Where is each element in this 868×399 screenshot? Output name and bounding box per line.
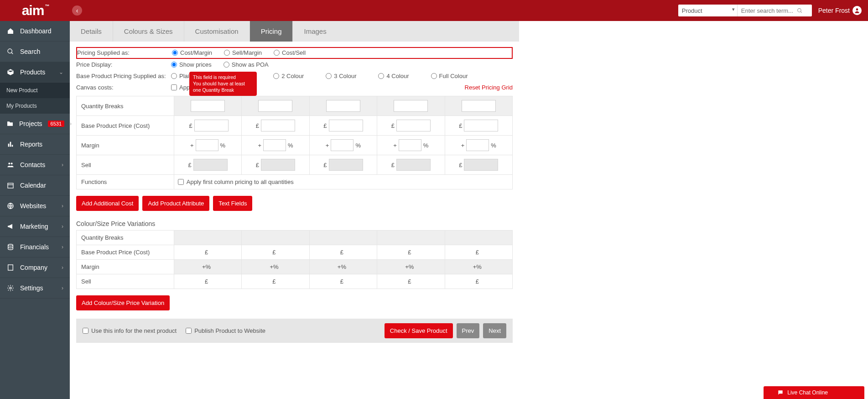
- button-label: Add Product Attribute: [148, 200, 204, 207]
- radio-input[interactable]: [274, 50, 280, 56]
- radio-show-poa[interactable]: Show as POA: [223, 61, 269, 68]
- button-label: Prev: [462, 327, 474, 334]
- sidebar-sub-label: My Products: [6, 103, 37, 109]
- user-menu[interactable]: Peter Frost: [818, 6, 862, 15]
- radio-input[interactable]: [431, 73, 437, 79]
- qty-input-4[interactable]: [394, 100, 428, 112]
- checkbox-publish[interactable]: Publish Product to Website: [186, 327, 265, 334]
- search-type-select[interactable]: Product: [678, 5, 738, 16]
- checkbox-input[interactable]: [186, 328, 192, 334]
- checkbox-input[interactable]: [83, 328, 88, 334]
- reset-pricing-link[interactable]: Reset Pricing Grid: [465, 84, 513, 91]
- svg-rect-6: [10, 142, 11, 147]
- svg-rect-10: [8, 183, 13, 188]
- sidebar-item-company[interactable]: Company ›: [0, 257, 70, 278]
- radio-input[interactable]: [223, 62, 229, 68]
- sidebar-item-marketing[interactable]: Marketing ›: [0, 216, 70, 237]
- qty-input-3[interactable]: [326, 100, 360, 112]
- radio-show-prices[interactable]: Show prices: [171, 61, 212, 68]
- sidebar-item-contacts[interactable]: Contacts ›: [0, 155, 70, 175]
- radio-input[interactable]: [224, 50, 230, 56]
- radio-cost-sell[interactable]: Cost/Sell: [274, 49, 306, 56]
- add-additional-cost-button[interactable]: Add Additional Cost: [76, 196, 139, 211]
- radio-cost-margin[interactable]: Cost/Margin: [172, 49, 212, 56]
- grid-row-label: Functions: [77, 175, 174, 189]
- tab-label: Pricing: [261, 27, 282, 35]
- qty-input-1[interactable]: [191, 100, 225, 112]
- variation-row-qty: Quantity Breaks: [77, 231, 513, 245]
- cost-input-1[interactable]: [194, 120, 229, 131]
- sidebar-item-products[interactable]: Products ⌄: [0, 62, 70, 83]
- check-save-button[interactable]: Check / Save Product: [385, 323, 453, 338]
- sidebar-item-projects[interactable]: Projects 6531 ›: [0, 114, 70, 134]
- sidebar-item-websites[interactable]: Websites ›: [0, 196, 70, 216]
- checkbox-input[interactable]: [178, 179, 184, 185]
- grid-row-label: Margin: [77, 136, 174, 155]
- label-canvas: Canvas costs:: [76, 84, 167, 91]
- button-label: Check / Save Product: [390, 327, 447, 334]
- grid-row-functions: Functions Apply first column pricing to …: [77, 175, 513, 189]
- margin-input-5[interactable]: [466, 139, 489, 151]
- variation-row-margin: Margin +% +% +% +% +%: [77, 260, 513, 274]
- plus-symbol: +: [326, 142, 329, 149]
- next-button[interactable]: Next: [483, 323, 506, 338]
- radio-input[interactable]: [273, 73, 279, 79]
- sidebar-item-reports[interactable]: Reports: [0, 134, 70, 155]
- tab-colours[interactable]: Colours & Sizes: [113, 21, 184, 42]
- sidebar-item-financials[interactable]: Financials ›: [0, 237, 70, 257]
- radio-3colour[interactable]: 3 Colour: [326, 73, 356, 79]
- grid-row-qty: Quantity Breaks: [77, 96, 513, 116]
- sidebar-item-search[interactable]: Search: [0, 42, 70, 62]
- margin-input-1[interactable]: [196, 139, 218, 151]
- radio-full-colour[interactable]: Full Colour: [431, 73, 468, 79]
- sell-output-2: [261, 159, 295, 171]
- margin-input-2[interactable]: [263, 139, 286, 151]
- checkbox-apply-first-column[interactable]: Apply first column pricing to all quanti…: [178, 178, 509, 185]
- tab-customisation[interactable]: Customisation: [184, 21, 250, 42]
- sidebar-sub-my-products[interactable]: My Products: [0, 98, 70, 114]
- tab-images[interactable]: Images: [293, 21, 337, 42]
- pricing-content: Pricing Supplied as: Cost/Margin Sell/Ma…: [70, 42, 519, 352]
- coins-icon: [6, 243, 15, 251]
- radio-4colour[interactable]: 4 Colour: [378, 73, 409, 79]
- tab-label: Images: [304, 27, 326, 35]
- button-label: Add Colour/Size Price Variation: [82, 299, 164, 306]
- tab-details[interactable]: Details: [70, 21, 113, 42]
- row-base-supplied: Base Product Pricing Supplied as: Plain …: [76, 70, 513, 82]
- prev-button[interactable]: Prev: [457, 323, 480, 338]
- sidebar-item-dashboard[interactable]: Dashboard: [0, 21, 70, 42]
- radio-label: 4 Colour: [386, 73, 409, 79]
- margin-input-3[interactable]: [331, 139, 353, 151]
- sidebar-item-settings[interactable]: Settings ›: [0, 278, 70, 299]
- cost-input-4[interactable]: [396, 120, 431, 131]
- back-button[interactable]: ‹: [72, 5, 82, 16]
- sidebar-sub-new-product[interactable]: New Product: [0, 83, 70, 98]
- tab-pricing[interactable]: Pricing: [250, 21, 293, 42]
- add-product-attribute-button[interactable]: Add Product Attribute: [142, 196, 209, 211]
- cost-input-3[interactable]: [329, 120, 363, 131]
- radio-input[interactable]: [172, 50, 178, 56]
- svg-point-2: [856, 8, 858, 10]
- search-input[interactable]: [738, 5, 806, 16]
- qty-input-5[interactable]: [462, 100, 496, 112]
- logo: aim™: [22, 3, 48, 18]
- checkbox-use-next[interactable]: Use this info for the next product: [83, 327, 177, 334]
- chevron-right-icon: ›: [62, 162, 63, 168]
- radio-sell-margin[interactable]: Sell/Margin: [224, 49, 262, 56]
- radio-input[interactable]: [326, 73, 332, 79]
- radio-input[interactable]: [171, 62, 177, 68]
- live-chat-widget[interactable]: Live Chat Online: [764, 386, 864, 399]
- text-fields-button[interactable]: Text Fields: [213, 196, 252, 211]
- qty-input-2[interactable]: [258, 100, 292, 112]
- radio-input[interactable]: [378, 73, 384, 79]
- checkbox-input[interactable]: [171, 84, 177, 90]
- sidebar-label: Reports: [20, 141, 42, 148]
- add-variation-button[interactable]: Add Colour/Size Price Variation: [76, 295, 170, 310]
- margin-input-4[interactable]: [399, 139, 421, 151]
- currency-symbol: £: [323, 162, 327, 168]
- radio-2colour[interactable]: 2 Colour: [273, 73, 304, 79]
- radio-input[interactable]: [171, 73, 177, 79]
- cost-input-2[interactable]: [261, 120, 295, 131]
- sidebar-item-calendar[interactable]: Calendar: [0, 175, 70, 196]
- cost-input-5[interactable]: [464, 120, 498, 131]
